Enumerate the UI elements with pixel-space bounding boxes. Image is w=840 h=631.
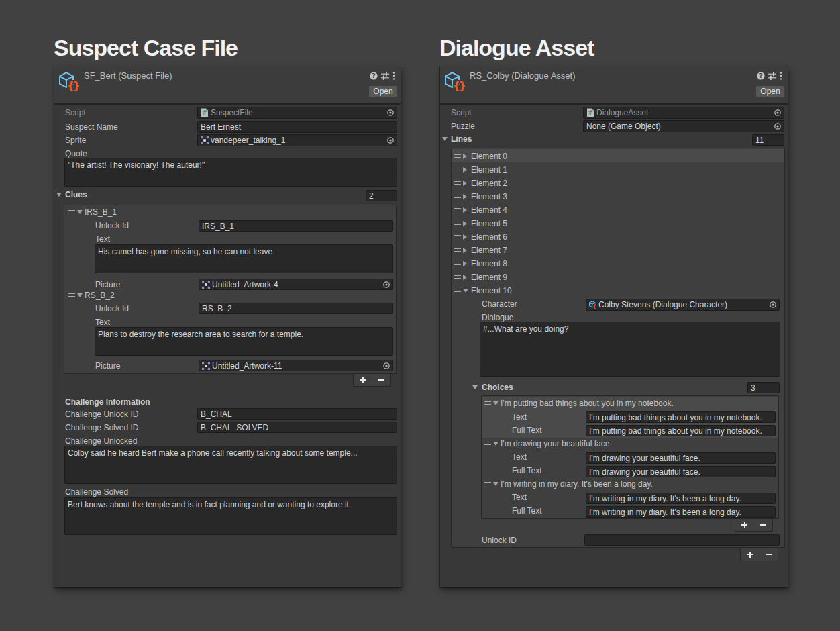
drag-handle-icon[interactable] [484, 482, 491, 485]
drag-handle-icon[interactable] [484, 442, 491, 445]
presets-icon[interactable] [768, 72, 776, 80]
element-row[interactable]: Element 9 [471, 271, 507, 283]
challenge-solved-textarea[interactable]: Bert knows about the temple and is in fa… [64, 497, 397, 535]
open-button[interactable]: Open [756, 86, 784, 97]
kebab-menu-icon[interactable] [392, 72, 395, 80]
element-foldout-arrow[interactable] [463, 181, 467, 186]
element-foldout-arrow[interactable] [463, 234, 467, 240]
element-foldout-arrow[interactable] [463, 154, 467, 159]
drag-handle-icon[interactable] [484, 401, 491, 405]
element-row[interactable]: Element 4 [471, 204, 507, 216]
drag-handle-icon[interactable] [454, 222, 461, 225]
element-row[interactable]: Element 1 [471, 164, 507, 176]
element-row[interactable]: Element 8 [471, 258, 507, 270]
challenge-unlock-id-field[interactable]: B_CHAL [197, 408, 397, 420]
challenge-unlocked-textarea[interactable]: Colby said he heard Bert make a phone ca… [64, 446, 397, 484]
element-foldout-arrow[interactable] [463, 167, 467, 173]
drag-handle-icon[interactable] [454, 262, 461, 265]
choice-header[interactable]: I'm drawing your beautiful face. [501, 438, 612, 450]
choice-header[interactable]: I'm putting bad things about you in my n… [501, 397, 674, 409]
choice-text-field[interactable]: I'm writing in my diary. It's been a lon… [586, 493, 776, 504]
element-foldout-arrow[interactable] [463, 275, 467, 280]
add-element-button[interactable] [741, 548, 759, 561]
element-row[interactable]: Element 7 [471, 244, 507, 256]
challenge-solved-id-field[interactable]: B_CHAL_SOLVED [197, 422, 397, 433]
object-picker-icon[interactable] [382, 362, 390, 370]
object-picker-icon[interactable] [769, 301, 777, 309]
choice-foldout-arrow[interactable] [493, 482, 498, 486]
dialogue-textarea[interactable]: #...What are you doing? [480, 322, 780, 377]
sprite-field[interactable]: vandepeer_talking_1 [197, 134, 397, 146]
drag-handle-icon[interactable] [68, 293, 75, 297]
drag-handle-icon[interactable] [454, 168, 461, 171]
clue-foldout-arrow[interactable] [77, 210, 83, 214]
lines-foldout-arrow[interactable] [442, 137, 448, 141]
clue-header[interactable]: RS_B_2 [85, 289, 115, 301]
clue-text-area[interactable]: Plans to destroy the research area to se… [95, 327, 393, 356]
unlock-id-field[interactable] [584, 534, 780, 546]
drag-handle-icon[interactable] [68, 210, 75, 213]
help-icon[interactable] [370, 72, 378, 80]
choice-header[interactable]: I'm writing in my diary. It's been a lon… [501, 478, 653, 490]
element-row[interactable]: Element 2 [471, 177, 507, 189]
character-field[interactable]: Colby Stevens (Dialogue Character) [586, 299, 780, 311]
element-row[interactable]: Element 10 [471, 285, 512, 297]
script-field[interactable]: DialogueAsset [583, 107, 784, 119]
drag-handle-icon[interactable] [454, 154, 461, 158]
choice-text-field[interactable]: I'm putting bad things about you in my n… [586, 411, 776, 423]
picture-field[interactable]: Untitled_Artwork-4 [199, 279, 393, 290]
object-picker-icon[interactable] [386, 109, 395, 117]
open-button[interactable]: Open [369, 86, 397, 97]
suspect-name-field[interactable]: Bert Ernest [197, 121, 397, 133]
choices-foldout-arrow[interactable] [472, 385, 478, 389]
unlock-id-field[interactable]: IRS_B_1 [199, 220, 393, 232]
clues-count-field[interactable]: 2 [366, 190, 397, 201]
drag-handle-icon[interactable] [454, 275, 461, 279]
element-foldout-arrow[interactable] [463, 221, 467, 226]
element-row[interactable]: Element 3 [471, 191, 507, 203]
remove-element-button[interactable] [759, 548, 778, 561]
choice-foldout-arrow[interactable] [493, 442, 498, 446]
clue-foldout-arrow[interactable] [77, 293, 83, 297]
add-element-button[interactable] [354, 374, 372, 386]
choice-foldout-arrow[interactable] [493, 401, 498, 405]
script-field[interactable]: SuspectFile [197, 107, 397, 119]
object-picker-icon[interactable] [382, 281, 390, 289]
drag-handle-icon[interactable] [454, 195, 461, 198]
kebab-menu-icon[interactable] [780, 72, 782, 80]
unlock-id-field[interactable]: RS_B_2 [199, 303, 393, 314]
element-foldout-arrow[interactable] [463, 248, 467, 253]
help-icon[interactable] [757, 72, 765, 80]
drag-handle-icon[interactable] [454, 181, 461, 185]
choice-fulltext-field[interactable]: I'm putting bad things about you in my n… [586, 425, 776, 436]
clues-foldout-arrow[interactable] [56, 193, 62, 197]
object-picker-icon[interactable] [774, 109, 782, 117]
drag-handle-icon[interactable] [454, 248, 461, 252]
element-foldout-arrow[interactable] [463, 194, 467, 199]
element-foldout-arrow[interactable] [463, 207, 467, 213]
add-choice-button[interactable] [735, 519, 754, 531]
picture-field[interactable]: Untitled_Artwork-11 [199, 360, 393, 371]
drag-handle-icon[interactable] [454, 208, 461, 211]
element-foldout-arrow[interactable] [463, 261, 467, 266]
quote-textarea[interactable]: "The artist! The visionary! The auteur!" [64, 158, 397, 187]
element-row[interactable]: Element 0 [471, 150, 507, 162]
remove-choice-button[interactable] [754, 519, 773, 531]
object-picker-icon[interactable] [774, 122, 782, 130]
element-row[interactable]: Element 6 [471, 231, 507, 243]
puzzle-field[interactable]: None (Game Object) [583, 120, 784, 132]
drag-handle-icon[interactable] [454, 289, 461, 292]
choice-fulltext-field[interactable]: I'm writing in my diary. It's been a lon… [586, 506, 776, 518]
choice-fulltext-field[interactable]: I'm drawing your beautiful face. [586, 466, 776, 477]
choices-count-field[interactable]: 3 [747, 382, 780, 393]
element-foldout-arrow[interactable] [463, 289, 468, 293]
element-row[interactable]: Element 5 [471, 217, 507, 230]
drag-handle-icon[interactable] [454, 235, 461, 238]
lines-count-field[interactable]: 11 [752, 134, 784, 146]
remove-element-button[interactable] [372, 374, 391, 386]
object-picker-icon[interactable] [386, 136, 395, 144]
choice-text-field[interactable]: I'm drawing your beautiful face. [586, 452, 776, 464]
clue-text-area[interactable]: His camel has gone missing, so he can no… [95, 244, 393, 273]
presets-icon[interactable] [381, 72, 389, 80]
clue-header[interactable]: IRS_B_1 [85, 206, 117, 218]
